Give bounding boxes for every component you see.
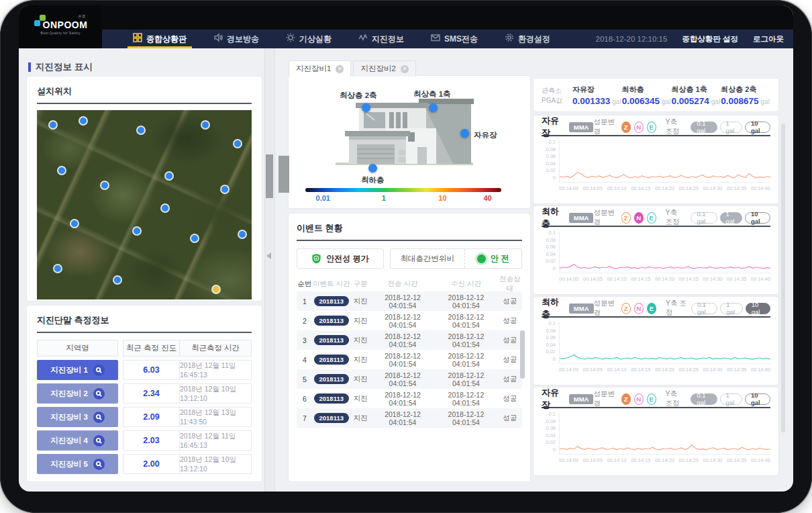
map-device-marker[interactable] xyxy=(191,235,198,242)
map-device-marker[interactable] xyxy=(101,182,108,189)
map-device-marker[interactable] xyxy=(114,277,121,283)
yscale-pill[interactable]: 10 gal xyxy=(746,303,770,314)
map-device-marker[interactable] xyxy=(71,220,78,227)
event-card-title: 이벤트 현황 xyxy=(297,222,522,234)
sensor-marker-bottom-floor[interactable] xyxy=(368,164,377,173)
event-row[interactable]: 2 2018113 지진 2018-12-12 04:01:54 2018-12… xyxy=(297,311,522,330)
event-row[interactable]: 3 2018113 지진 2018-12-12 04:01:54 2018-12… xyxy=(297,330,522,350)
event-row[interactable]: 5 2018113 지진 2018-12-12 04:01:54 2018-12… xyxy=(297,369,522,389)
event-id-badge: 2018113 xyxy=(314,296,349,306)
yscale-pill[interactable]: 1 gal xyxy=(720,303,742,314)
event-no: 5 xyxy=(297,375,313,383)
yscale-pill[interactable]: 0.1 gal xyxy=(691,212,717,224)
tab-close-icon[interactable]: ✕ xyxy=(401,65,409,73)
event-type: 지진 xyxy=(350,375,371,384)
tablet-bezel: 온품 ONPOOM Best Quality for Safety 종합상황판 … xyxy=(0,0,812,513)
map-device-marker[interactable] xyxy=(58,167,65,174)
event-row[interactable]: 7 2018113 지진 2018-12-12 04:01:54 2018-12… xyxy=(297,408,522,428)
yscale-pill[interactable]: 1 gal xyxy=(720,212,742,224)
yscale-pill[interactable]: 0.1 gal xyxy=(691,393,717,405)
map-device-marker[interactable] xyxy=(50,122,56,128)
map-device-marker[interactable] xyxy=(239,231,246,238)
splitter-drag-handle[interactable] xyxy=(266,154,273,198)
measure-time: 2018년 12월 11일 16:45:13 xyxy=(180,431,251,450)
map-device-marker[interactable] xyxy=(202,122,209,128)
map-device-marker[interactable] xyxy=(138,127,144,134)
device-select-button[interactable]: 지진장비 3 xyxy=(37,407,118,427)
sensor-marker-free-field[interactable] xyxy=(460,129,469,138)
component-toggle-E[interactable]: E xyxy=(647,393,656,405)
event-received-time: 2018-12-12 04:01:54 xyxy=(434,371,497,387)
component-toggle-E[interactable]: E xyxy=(647,303,656,314)
tab-close-icon[interactable]: ✕ xyxy=(336,65,344,73)
component-toggle-Z[interactable]: Z xyxy=(621,393,631,405)
safety-evaluation-button[interactable]: 안전성 평가 xyxy=(297,248,384,269)
component-toggle-N[interactable]: N xyxy=(634,303,644,314)
event-status: 성공 xyxy=(498,375,522,384)
map-device-marker[interactable] xyxy=(234,140,241,147)
component-toggle-Z[interactable]: Z xyxy=(621,122,631,133)
component-toggle-E[interactable]: E xyxy=(647,212,656,224)
map-device-marker[interactable] xyxy=(162,205,168,212)
satellite-map[interactable] xyxy=(37,110,252,299)
component-toggle-N[interactable]: N xyxy=(634,122,644,133)
event-table-scrollbar[interactable] xyxy=(520,330,525,379)
yscale-pill[interactable]: 10 gal xyxy=(745,122,770,133)
map-device-marker[interactable] xyxy=(134,228,140,234)
app-logo[interactable]: 온품 ONPOOM Best Quality for Safety xyxy=(19,5,102,48)
nav-item-sun[interactable]: 기상실황 xyxy=(272,30,345,48)
status-green-dot xyxy=(477,254,486,263)
device-select-button[interactable]: 지진장비 1 xyxy=(37,360,118,380)
yaxis-adjust-label: Y축 조정 xyxy=(666,118,687,136)
component-toggle-E[interactable]: E xyxy=(647,122,656,133)
component-toggle-Z[interactable]: Z xyxy=(621,212,631,224)
building-sensor-card: 최상층 2축 최상측 1축 자유장 최하층 0.0111040 xyxy=(289,76,530,208)
logout-link[interactable]: 로그아웃 xyxy=(753,34,784,44)
component-label: 성분변경 xyxy=(594,299,617,318)
nav-item-gear[interactable]: 환경설정 xyxy=(491,30,564,48)
measure-time: 2018년 12월 13일 11:43:50 xyxy=(180,408,251,426)
map-device-marker[interactable] xyxy=(221,186,228,193)
right-column-scrollbar[interactable] xyxy=(781,124,785,432)
yaxis-adjust-label: Y축 조정 xyxy=(666,389,687,408)
dashboard-settings-link[interactable]: 종합상황판 설정 xyxy=(682,34,738,44)
event-table-header: 순번 이벤트 시간 구분 전송 시간 수신 시간 전송상태 xyxy=(297,277,522,291)
nav-item-speaker[interactable]: 경보방송 xyxy=(200,30,272,48)
event-row[interactable]: 1 2018113 지진 2018-12-12 04:01:54 2018-12… xyxy=(297,291,522,311)
yscale-pill[interactable]: 0.1 gal xyxy=(691,122,717,133)
yscale-pill[interactable]: 10 gal xyxy=(745,393,770,405)
device-tab[interactable]: 지진장비2 ✕ xyxy=(353,60,415,77)
nav-item-mail[interactable]: SMS전송 xyxy=(417,30,491,48)
device-select-button[interactable]: 지진장비 2 xyxy=(37,383,118,404)
map-device-marker[interactable] xyxy=(54,265,61,272)
yscale-pill[interactable]: 1 gal xyxy=(720,393,742,405)
nav-item-grid[interactable]: 종합상황판 xyxy=(119,30,200,48)
map-device-marker[interactable] xyxy=(213,286,219,293)
magnifier-icon xyxy=(93,412,105,423)
logo-title: ONPOOM xyxy=(43,19,88,30)
pga-stat-value: 0.005274gal xyxy=(672,96,721,106)
map-device-marker[interactable] xyxy=(166,173,172,179)
splitter-collapse-arrow-icon[interactable] xyxy=(266,252,271,259)
event-row[interactable]: 4 2018113 지진 2018-12-12 04:01:54 2018-12… xyxy=(297,350,522,369)
yscale-pill[interactable]: 0.1 gal xyxy=(691,303,717,314)
device-tab[interactable]: 지진장비1 ✕ xyxy=(289,60,351,77)
map-device-marker[interactable] xyxy=(80,118,87,124)
nav-item-wave[interactable]: 지진정보 xyxy=(345,30,417,48)
scale-label-40: 40 xyxy=(483,194,491,202)
sensor-marker-top-1axis[interactable] xyxy=(429,103,438,112)
panel-splitter-track[interactable] xyxy=(264,48,275,492)
component-toggle-N[interactable]: N xyxy=(634,393,644,405)
sensor-marker-top-2axis[interactable] xyxy=(362,103,370,112)
yscale-pill[interactable]: 1 gal xyxy=(720,122,742,133)
yscale-pill[interactable]: 10 gal xyxy=(745,212,770,224)
device-select-button[interactable]: 지진장비 5 xyxy=(37,454,118,474)
max-drift-button[interactable]: 최대층간변위비 xyxy=(391,249,465,268)
device-select-button[interactable]: 지진장비 4 xyxy=(37,430,118,451)
col-recent-time: 최근측정 시간 xyxy=(180,340,251,356)
splitter-drag-handle-2[interactable] xyxy=(278,156,289,193)
component-toggle-N[interactable]: N xyxy=(634,212,644,224)
component-toggle-Z[interactable]: Z xyxy=(621,303,631,314)
event-row[interactable]: 6 2018113 지진 2018-12-12 04:01:54 2018-12… xyxy=(297,389,522,408)
logo-square-blue xyxy=(34,20,40,26)
